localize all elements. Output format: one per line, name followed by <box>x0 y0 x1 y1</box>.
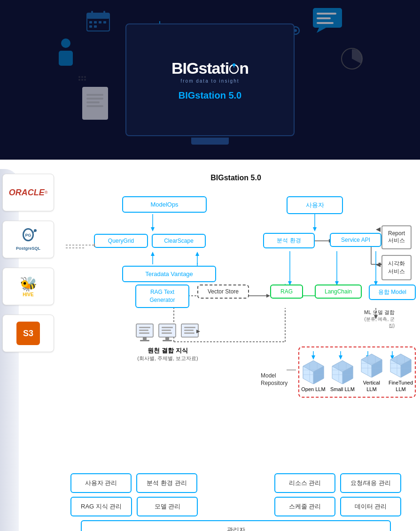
hive-logo-card: 🐝 HIVE <box>2 268 54 305</box>
svg-point-34 <box>81 79 83 81</box>
user-label: 사용자 <box>287 196 343 214</box>
vector-store-box: Vector Store <box>197 285 249 299</box>
management-section: 사용자 관리 분석 환경 관리 리소스 관리 요청/대응 관리 RAG 지식 관… <box>66 473 406 531</box>
modelops-label: ModelOps <box>122 196 207 213</box>
svg-rect-110 <box>163 340 172 341</box>
mgmt-row-2: RAG 지식 관리 모델 관리 스케줄 관리 데이터 관리 <box>70 497 401 516</box>
knowledge-section: 원천 결합 지식 (회사별, 주제별, 보고자료) <box>135 323 200 362</box>
finetuned-llm-item: FineTuned LLM <box>389 353 413 393</box>
svg-rect-107 <box>162 330 171 331</box>
vector-store-label: Vector Store <box>197 285 249 299</box>
monitor-icon-1 <box>135 323 155 345</box>
open-llm-cube <box>301 360 326 384</box>
svg-point-15 <box>61 38 70 48</box>
svg-rect-9 <box>94 25 97 28</box>
modelops-box: ModelOps <box>122 196 183 213</box>
user-mgmt-box[interactable]: 사용자 관리 <box>70 473 132 493</box>
postgresql-icon: PG <box>19 228 37 246</box>
full-diagram: ModelOps 사용자 Report서비스 시각화서비스 QueryGrid <box>66 192 395 464</box>
admin-row: 관리자 <box>70 520 401 531</box>
hive-label: HIVE <box>23 292 33 297</box>
small-llm-cube <box>330 360 355 384</box>
svg-marker-11 <box>317 28 326 33</box>
circle-decoration <box>340 47 364 70</box>
open-llm-item: Open LLM <box>301 360 326 392</box>
diagram-connections-svg <box>66 192 395 464</box>
clearscape-label: ClearScape <box>152 234 206 248</box>
model-repo-text: ModelRepository <box>261 372 288 387</box>
svg-point-33 <box>78 79 80 81</box>
svg-marker-51 <box>313 227 317 231</box>
querygrid-box: QueryGrid <box>94 234 148 248</box>
svg-rect-106 <box>162 327 173 328</box>
svg-marker-43 <box>151 227 155 231</box>
analysis-env-label: 분석 환경 <box>263 233 315 248</box>
fusion-model-box: 용합 Model <box>369 285 416 300</box>
data-mgmt-box[interactable]: 데이터 관리 <box>340 497 401 516</box>
left-connector-line <box>66 240 95 249</box>
langchain-label: LangChain <box>315 285 362 299</box>
svg-marker-71 <box>266 294 270 298</box>
s3-logo-box: S3 <box>16 322 40 345</box>
svg-text:PG: PG <box>25 233 31 238</box>
model-repo-section: Open LLM <box>298 346 416 398</box>
svg-rect-7 <box>103 21 106 23</box>
teradata-box: Teradata Vantage <box>122 266 216 282</box>
rag-mgmt-box[interactable]: RAG 지식 관리 <box>70 497 132 516</box>
svg-rect-2 <box>91 11 93 15</box>
svg-rect-29 <box>86 105 103 107</box>
env-mgmt-box[interactable]: 분석 환경 관리 <box>136 473 197 493</box>
llm-grid: Open LLM <box>303 353 411 393</box>
teradata-label: Teradata Vantage <box>122 266 216 282</box>
svg-marker-96 <box>376 262 381 267</box>
svg-point-23 <box>233 63 235 66</box>
monitor-icon-3 <box>180 323 200 345</box>
svg-rect-3 <box>103 11 105 15</box>
rag-box: RAG <box>270 285 303 299</box>
svg-rect-6 <box>99 21 101 23</box>
model-mgmt-box[interactable]: 모델 관리 <box>137 497 198 516</box>
svg-marker-45 <box>151 252 155 256</box>
hero-content: BIG stati n from data to insight BIGstat… <box>125 23 295 136</box>
knowledge-title: 원천 결합 지식 <box>135 346 200 355</box>
model-repo-container: Open LLM <box>298 346 416 398</box>
clearscape-box: ClearScape <box>152 234 206 248</box>
finetuned-llm-cube <box>389 353 413 377</box>
hive-bee-icon: 🐝 <box>20 276 37 292</box>
schedule-mgmt-box[interactable]: 스케줄 관리 <box>274 497 335 516</box>
postgresql-logo-card: PG PostgreSQL <box>2 221 54 258</box>
hero-version: BIGstation 5.0 <box>179 90 241 101</box>
svg-rect-4 <box>89 21 92 23</box>
diagram-title: BIGstation 5.0 <box>66 174 406 182</box>
svg-rect-102 <box>139 332 149 334</box>
diagram-section: ORACLE ® PG PostgreSQL <box>0 160 420 531</box>
svg-point-32 <box>84 76 86 78</box>
knowledge-sub: (회사별, 주제별, 보고자료) <box>135 355 200 362</box>
request-mgmt-box[interactable]: 요청/대응 관리 <box>340 473 401 493</box>
svg-rect-103 <box>143 337 147 340</box>
resource-mgmt-box[interactable]: 리소스 관리 <box>274 473 335 493</box>
rag-text-label: RAG TextGenerator <box>135 285 189 308</box>
pg-label: PostgreSQL <box>16 246 40 251</box>
oracle-logo-card: ORACLE ® <box>2 174 54 211</box>
monitor-icon-2 <box>158 323 178 345</box>
svg-rect-112 <box>184 327 195 328</box>
user-box: 사용자 <box>287 196 343 214</box>
vertical-llm-label: Vertical LLM <box>359 379 384 393</box>
model-repo-label: ModelRepository <box>261 372 288 387</box>
svg-point-35 <box>84 79 86 81</box>
service-api-box: Service API <box>330 233 381 247</box>
svg-marker-95 <box>376 227 381 232</box>
svg-rect-114 <box>184 332 194 334</box>
svg-rect-100 <box>139 327 150 328</box>
ml-model-label: ML 모델 결합 (분류, 예측, 군집) <box>362 309 395 329</box>
analysis-env-box: 분석 환경 <box>263 233 315 248</box>
admin-box[interactable]: 관리자 <box>81 520 391 531</box>
left-logos-panel: ORACLE ® PG PostgreSQL <box>0 169 56 531</box>
person-icon <box>56 38 75 66</box>
report-label: Report서비스 <box>381 225 412 249</box>
hero-tagline: from data to insight <box>180 78 239 84</box>
knowledge-icons <box>135 323 200 345</box>
svg-point-31 <box>81 76 83 78</box>
fusion-model-label: 용합 Model <box>369 285 416 300</box>
